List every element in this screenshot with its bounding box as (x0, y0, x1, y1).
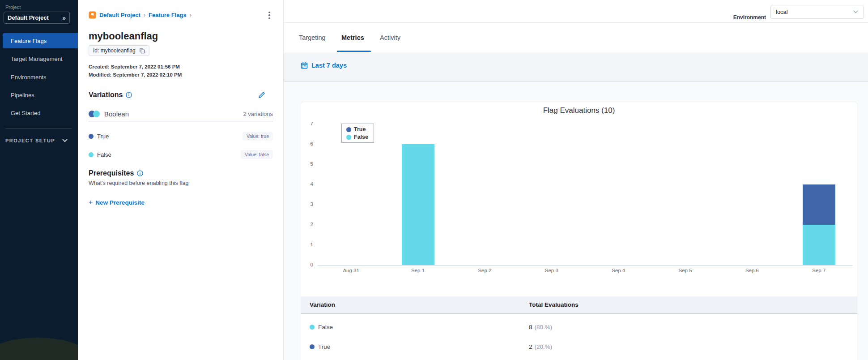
sidebar-item-feature-flags[interactable]: Feature Flags (3, 33, 78, 48)
true-variation-dot (310, 344, 315, 349)
bar-segment-false-sep-1[interactable] (402, 144, 434, 265)
variation-count: 2 variations (243, 111, 273, 117)
prerequisites-heading: Prerequisites (89, 169, 143, 177)
y-axis-tick-label: 0 (291, 262, 313, 267)
date-range-button[interactable]: Last 7 days (301, 62, 347, 69)
plus-icon: + (89, 198, 93, 206)
new-prerequisite-button[interactable]: + New Prerequisite (89, 198, 145, 206)
flag-id-badge[interactable]: Id: mybooleanflag (89, 45, 149, 56)
sidebar-item-label: Target Management (11, 56, 63, 62)
x-axis-label: Sep 7 (786, 268, 852, 273)
variation-name: False (97, 151, 241, 158)
true-variation-dot (89, 134, 94, 139)
metrics-filter-bar: Last 7 days (284, 52, 868, 82)
sidebar-item-target-management[interactable]: Target Management (0, 51, 78, 66)
breadcrumb-separator: › (144, 12, 145, 18)
bar-segment-true-sep-7[interactable] (803, 184, 835, 225)
breadcrumb-feature-flags-link[interactable]: Feature Flags (149, 12, 187, 18)
y-axis-tick-label: 4 (291, 181, 313, 187)
modified-timestamp: Modified: September 7, 2022 02:10 PM (89, 72, 182, 77)
variations-heading: Variations (89, 91, 132, 99)
x-axis-line (318, 265, 852, 266)
environment-select[interactable]: local (770, 5, 864, 19)
column-header-variation: Variation (310, 301, 335, 308)
y-axis-tick-label: 7 (291, 121, 313, 126)
breadcrumb-project-link[interactable]: Default Project (99, 12, 140, 18)
sidebar-item-get-started[interactable]: Get Started (0, 105, 78, 120)
evaluation-count: 8 (529, 324, 532, 330)
y-axis-tick-label: 5 (291, 161, 313, 167)
false-variation-dot (89, 152, 94, 157)
sidebar-item-pipelines[interactable]: Pipelines (0, 87, 78, 103)
new-prerequisite-label: New Prerequisite (95, 199, 145, 206)
legend-item-false[interactable]: False (346, 134, 368, 140)
results-table-header: Variation Total Evaluations (301, 296, 857, 314)
edit-variations-button[interactable] (258, 91, 265, 100)
sidebar-item-label: Get Started (11, 110, 40, 116)
flag-detail-panel: Default Project › Feature Flags › mybool… (78, 0, 284, 360)
evaluation-count: 2 (529, 343, 532, 350)
tab-activity[interactable]: Activity (380, 23, 400, 52)
evaluation-percent: (20.%) (535, 343, 553, 350)
legend-item-true[interactable]: True (346, 126, 368, 133)
legend-label: False (354, 134, 368, 140)
flag-options-menu-button[interactable] (265, 11, 273, 20)
flag-tabs: Targeting Metrics Activity (284, 23, 868, 52)
project-selector[interactable]: Default Project » (4, 12, 70, 24)
variation-row-false: False Value: false (89, 150, 273, 159)
created-timestamp: Created: September 7, 2022 01:56 PM (89, 64, 180, 69)
info-icon[interactable] (126, 92, 132, 98)
table-row-true[interactable]: True 2 (20.%) (301, 337, 857, 356)
sidebar-divider (5, 128, 72, 129)
sidebar-item-label: Pipelines (11, 92, 34, 99)
variation-value-badge: Value: true (243, 132, 273, 141)
true-legend-dot (346, 127, 351, 132)
variation-type-row: Boolean 2 variations (89, 110, 273, 118)
info-icon[interactable] (137, 170, 143, 176)
tab-targeting[interactable]: Targeting (299, 23, 326, 52)
x-axis-label: Sep 3 (518, 268, 585, 273)
sidebar-item-label: Feature Flags (11, 38, 47, 44)
variations-heading-text: Variations (89, 91, 123, 99)
chart-legend: True False (341, 124, 374, 143)
evaluation-percent: (80.%) (535, 324, 553, 330)
divider (89, 121, 273, 121)
variation-row-true: True Value: true (89, 132, 273, 141)
project-setup-toggle[interactable]: PROJECT SETUP (5, 138, 68, 143)
y-axis-tick-label: 1 (291, 242, 313, 247)
tab-metrics[interactable]: Metrics (341, 23, 364, 52)
x-axis-label: Aug 31 (318, 268, 384, 273)
chevron-down-icon (853, 10, 858, 13)
table-row-false[interactable]: False 8 (80.%) (301, 317, 857, 337)
variation-type-label: Boolean (104, 110, 243, 118)
column-header-total-evaluations: Total Evaluations (529, 301, 579, 308)
bar-segment-false-sep-7[interactable] (803, 225, 835, 265)
flag-title: mybooleanflag (89, 30, 158, 42)
sidebar-item-environments[interactable]: Environments (0, 69, 78, 85)
false-legend-dot (346, 135, 351, 140)
active-tab-indicator (337, 51, 371, 52)
date-range-label: Last 7 days (311, 62, 347, 69)
prerequisites-description: What's required before enabling this fla… (89, 180, 188, 186)
feature-flags-module-icon (89, 11, 96, 19)
boolean-toggle-icon (89, 111, 100, 117)
x-axis-label: Sep 4 (585, 268, 652, 273)
app-window: Project Default Project » Feature Flags … (0, 0, 868, 360)
y-axis-tick-label: 6 (291, 141, 313, 146)
y-axis-tick-label: 3 (291, 201, 313, 207)
x-axis-label: Sep 6 (719, 268, 785, 273)
environment-topbar: Environment local (284, 0, 868, 23)
row-total-evaluations: 2 (20.%) (529, 337, 552, 356)
row-variation-name: True (318, 343, 330, 350)
copy-icon[interactable] (139, 48, 145, 54)
breadcrumb: Default Project › Feature Flags › (89, 11, 191, 19)
row-variation-name: False (318, 324, 333, 330)
x-axis-label: Sep 5 (652, 268, 719, 273)
breadcrumb-separator: › (190, 12, 191, 18)
project-setup-label: PROJECT SETUP (5, 138, 55, 143)
environment-label: Environment (733, 14, 766, 21)
environment-select-value: local (776, 9, 853, 15)
row-total-evaluations: 8 (80.%) (529, 317, 552, 337)
sidebar-decoration (0, 338, 78, 360)
project-label: Project (5, 4, 21, 10)
